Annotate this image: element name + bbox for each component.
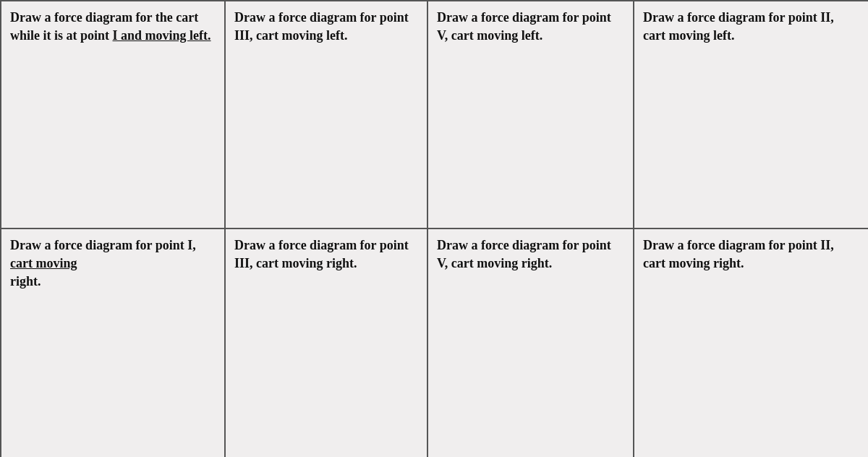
cell-row1-col2: Draw a force diagram for point III, cart… (226, 1, 428, 229)
worksheet-grid: Draw a force diagram for the cart while … (0, 0, 868, 457)
cell-row2-col3: Draw a force diagram for point V, cart m… (428, 229, 634, 457)
cell-text-r1c3: Draw a force diagram for point V, cart m… (437, 10, 611, 43)
cell-row2-col4: Draw a force diagram for point II, cart … (634, 229, 868, 457)
cell-row2-col1: Draw a force diagram for point I, cart m… (1, 229, 226, 457)
cell-text-r2c2: Draw a force diagram for point III, cart… (234, 238, 409, 270)
cell-text-r2c3: Draw a force diagram for point V, cart m… (437, 238, 611, 270)
cell-text-r1c1: Draw a force diagram for the cart while … (10, 10, 211, 43)
cell-text-r2c4: Draw a force diagram for point II, cart … (643, 238, 834, 270)
cell-text-r2c1: Draw a force diagram for point I, cart m… (10, 238, 196, 289)
cell-text-r1c2: Draw a force diagram for point III, cart… (234, 10, 409, 43)
cell-row1-col3: Draw a force diagram for point V, cart m… (428, 1, 634, 229)
cell-row2-col2: Draw a force diagram for point III, cart… (226, 229, 428, 457)
cell-row1-col4: Draw a force diagram for point II, cart … (634, 1, 868, 229)
cell-row1-col1: Draw a force diagram for the cart while … (1, 1, 226, 229)
cell-text-r1c4: Draw a force diagram for point II, cart … (643, 10, 834, 43)
